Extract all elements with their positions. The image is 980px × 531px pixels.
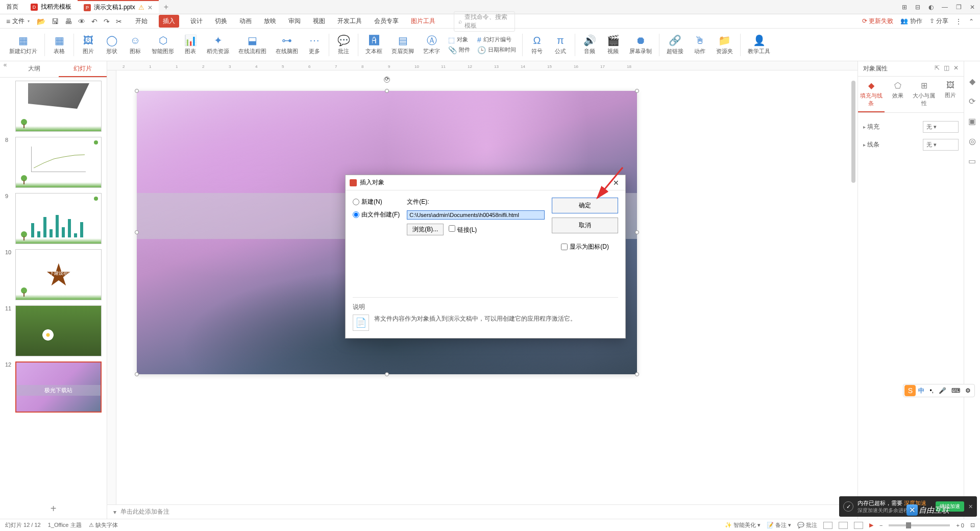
- sidebar-layer-icon[interactable]: ▭: [968, 156, 976, 166]
- dropdown-icon[interactable]: ▾: [28, 19, 30, 23]
- tab-slideshow[interactable]: 放映: [263, 15, 277, 28]
- tab-start[interactable]: 开始: [134, 15, 149, 28]
- missing-font[interactable]: ⚠ 缺失字体: [89, 521, 118, 529]
- ime-bar[interactable]: S 中 •, 🎤 ⌨ ⚙: [903, 384, 975, 397]
- maximize-icon[interactable]: ❐: [956, 4, 962, 11]
- ribbon-audio[interactable]: 🔊音频: [578, 34, 601, 55]
- rp-tab-effect[interactable]: ⬠效果: [885, 77, 911, 112]
- tab-template[interactable]: D 找稻壳模板: [24, 0, 78, 14]
- tab-close-icon[interactable]: ✕: [148, 4, 153, 11]
- print-icon[interactable]: 🖶: [65, 17, 72, 26]
- tab-animation[interactable]: 动画: [238, 15, 253, 28]
- ribbon-slidenum[interactable]: #幻灯片编号: [477, 36, 516, 44]
- ime-voice-icon[interactable]: 🎤: [936, 387, 949, 394]
- rp-fill-row[interactable]: ▸ 填充 无 ▾: [863, 118, 959, 136]
- thumb-11[interactable]: 11: [5, 305, 102, 356]
- collapse-ribbon-icon[interactable]: ⌃: [969, 18, 974, 25]
- ribbon-table[interactable]: ▦表格: [48, 34, 70, 55]
- beautify-button[interactable]: ✨ 智能美化 ▾: [725, 521, 761, 529]
- zoom-slider[interactable]: [889, 524, 950, 526]
- theme-name[interactable]: 1_Office 主题: [48, 521, 82, 529]
- ime-punct-icon[interactable]: •,: [927, 387, 936, 394]
- notes-collapse-icon[interactable]: ▾: [113, 509, 116, 516]
- tab-document[interactable]: P 演示文稿1.pptx ⚠ ✕: [78, 0, 159, 14]
- redo-icon[interactable]: ↷: [104, 17, 110, 26]
- handle-mr[interactable]: [635, 230, 639, 234]
- rp-close-icon[interactable]: ✕: [953, 64, 959, 73]
- tab-insert[interactable]: 插入: [159, 15, 179, 28]
- file-path-input[interactable]: [407, 210, 545, 220]
- format-painter-icon[interactable]: ✂: [116, 17, 122, 26]
- ribbon-hyperlink[interactable]: 🔗超链接: [663, 34, 688, 55]
- ribbon-shape[interactable]: ◯形状: [101, 34, 123, 55]
- rp-tab-pic[interactable]: 🖼图片: [937, 77, 964, 112]
- layout-icon[interactable]: ⊞: [902, 4, 907, 11]
- ribbon-object[interactable]: ⬚对象: [448, 36, 470, 44]
- radio-new[interactable]: 新建(N): [353, 198, 400, 206]
- ime-lang[interactable]: 中: [916, 387, 927, 395]
- handle-br[interactable]: [635, 372, 639, 376]
- coop-button[interactable]: 👥 协作: [900, 17, 922, 26]
- fill-dropdown[interactable]: 无 ▾: [923, 121, 959, 133]
- view-sorter[interactable]: [839, 522, 848, 529]
- ribbon-more[interactable]: ⋯更多: [303, 34, 326, 55]
- tab-transition[interactable]: 切换: [214, 15, 228, 28]
- search-box[interactable]: ⌕ 查找命令、搜索模板: [454, 11, 515, 32]
- ribbon-action[interactable]: 🖱动作: [689, 34, 711, 55]
- handle-tl[interactable]: [135, 89, 139, 93]
- thumb-8[interactable]: 8: [5, 137, 102, 188]
- zoom-in[interactable]: + 0: [956, 522, 964, 528]
- radio-from-file[interactable]: 由文件创建(F): [353, 210, 400, 219]
- ime-keyboard-icon[interactable]: ⌨: [949, 387, 963, 394]
- notify-close-icon[interactable]: ✕: [968, 503, 973, 510]
- ribbon-flowchart[interactable]: ⬓在线流程图: [234, 34, 271, 55]
- handle-ml[interactable]: [135, 230, 139, 234]
- thumb-7[interactable]: [5, 81, 102, 132]
- ribbon-smartart[interactable]: ⬡智能图形: [148, 34, 178, 55]
- save-icon[interactable]: 🖫: [52, 17, 59, 26]
- link-checkbox[interactable]: 链接(L): [449, 225, 477, 234]
- dialog-close-icon[interactable]: ✕: [611, 179, 621, 187]
- ribbon-comment[interactable]: 💬批注: [332, 34, 355, 55]
- browse-button[interactable]: 浏览(B)...: [407, 224, 444, 235]
- ribbon-newslide[interactable]: ▦新建幻灯片: [5, 34, 41, 55]
- ribbon-formula[interactable]: π公式: [549, 34, 572, 55]
- zoom-out[interactable]: −: [879, 522, 883, 528]
- thumb-9[interactable]: 9: [5, 193, 102, 244]
- comment-toggle[interactable]: 💬 批注: [797, 521, 817, 529]
- notes-toggle[interactable]: 📝 备注 ▾: [767, 521, 791, 529]
- handle-tm[interactable]: [385, 89, 389, 93]
- undo-icon[interactable]: ↶: [91, 17, 97, 26]
- sidebar-select-icon[interactable]: ▣: [968, 116, 976, 126]
- dialog-titlebar[interactable]: 插入对象 ✕: [346, 175, 625, 190]
- ribbon-resource[interactable]: ✦稻壳资源: [203, 34, 233, 55]
- sidebar-pos-icon[interactable]: ◎: [969, 136, 976, 146]
- menu-icon[interactable]: ≡: [6, 17, 10, 26]
- thumb-12[interactable]: 12 极光下载站: [5, 361, 102, 413]
- add-slide-button[interactable]: +: [0, 499, 107, 519]
- tab-view[interactable]: 视图: [312, 15, 326, 28]
- rp-pin-icon[interactable]: ⇱: [935, 64, 940, 73]
- line-dropdown[interactable]: 无 ▾: [923, 139, 959, 151]
- ribbon-icon[interactable]: ☺图标: [124, 34, 146, 55]
- ribbon-symbol[interactable]: Ω符号: [526, 34, 548, 55]
- ribbon-textbox[interactable]: 🅰文本框: [361, 34, 386, 55]
- tab-design[interactable]: 设计: [189, 15, 204, 28]
- ribbon-headerfooter[interactable]: ▤页眉页脚: [387, 34, 418, 55]
- scrollbar-v[interactable]: [849, 81, 857, 494]
- ribbon-screenrec[interactable]: ⏺屏幕录制: [625, 34, 656, 55]
- view-reading[interactable]: [854, 522, 863, 529]
- rp-tab-size[interactable]: ⊞大小与属性: [911, 77, 938, 112]
- handle-tr[interactable]: [635, 89, 639, 93]
- rotation-handle[interactable]: [384, 77, 390, 83]
- ribbon-datetime[interactable]: 🕒日期和时间: [477, 46, 516, 54]
- tab-member[interactable]: 会员专享: [373, 15, 400, 28]
- tab-add[interactable]: +: [159, 0, 174, 14]
- thumb-10[interactable]: 10 ★…下建设祖国: [5, 249, 102, 300]
- tab-home[interactable]: 首页: [0, 0, 24, 14]
- fit-button[interactable]: ⊡: [970, 522, 975, 528]
- sidebar-style-icon[interactable]: ◆: [969, 77, 975, 86]
- ribbon-mindmap[interactable]: ⊶在线脑图: [272, 34, 302, 55]
- cancel-button[interactable]: 取消: [552, 218, 618, 233]
- ribbon-teaching[interactable]: 👤教学工具: [744, 34, 774, 55]
